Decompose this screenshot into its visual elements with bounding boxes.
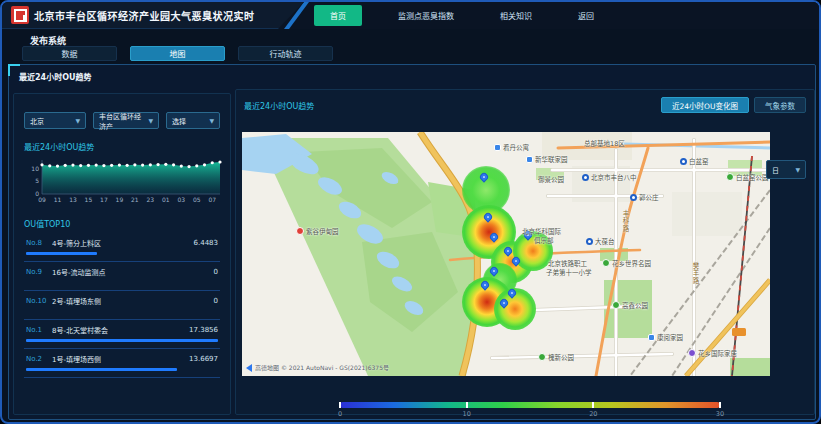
map-card-buttons: 近24小时OU变化图气象参数 bbox=[661, 97, 806, 113]
ranking-rank: No.8 bbox=[26, 239, 52, 247]
ranking-row: No.84号-筛分上料区6.4483 bbox=[24, 233, 220, 262]
ranking-row-line: No.84号-筛分上料区6.4483 bbox=[26, 238, 218, 248]
heatmap-legend: 0102030 bbox=[340, 402, 720, 420]
legend-tick-label: 0 bbox=[338, 410, 342, 418]
svg-text:05: 05 bbox=[193, 196, 201, 203]
filter-site-select[interactable]: 选择▼ bbox=[166, 112, 220, 129]
ranking-rank: No.9 bbox=[26, 268, 52, 276]
svg-text:03: 03 bbox=[177, 196, 185, 203]
svg-text:01: 01 bbox=[162, 196, 170, 203]
main-panel: 最近24小时OU趋势 北京▼丰台区循环经济产▼选择▼ 最近24小时OU趋势 05… bbox=[8, 64, 816, 420]
nav-item-home[interactable]: 首页 bbox=[314, 5, 362, 26]
nav-item-odor-index[interactable]: 监测点恶臭指数 bbox=[388, 6, 464, 25]
svg-text:19: 19 bbox=[116, 196, 124, 203]
ranking-value-bar bbox=[26, 368, 177, 371]
ranking-value-bar bbox=[26, 339, 218, 342]
ou-trend-chart: 0510091113151719212301030507 bbox=[24, 156, 220, 210]
chevron-down-icon: ▼ bbox=[75, 117, 80, 124]
panel-title: 最近24小时OU趋势 bbox=[19, 71, 91, 82]
svg-text:09: 09 bbox=[38, 196, 46, 203]
weather-params-button[interactable]: 气象参数 bbox=[754, 97, 806, 113]
ranking-site-name: 4号-筛分上料区 bbox=[52, 238, 194, 248]
map-card-header: 最近24小时OU趋势 近24小时OU变化图气象参数 bbox=[244, 96, 806, 114]
map-canvas[interactable]: 看丹公寓新华联家园御景公园总部基地18区白盆窑白盆窑公园北京市丰台八中郭公庄大葆… bbox=[242, 132, 770, 376]
legend-tick-label: 30 bbox=[716, 410, 724, 418]
map-attribution: 高德地图 © 2021 AutoNavi - GS(2021)6375号 bbox=[246, 363, 389, 372]
sidebar-chart-title: 最近24小时OU趋势 bbox=[24, 141, 220, 152]
filter-park-select[interactable]: 丰台区循环经济产▼ bbox=[93, 112, 159, 129]
ranking-site-name: 1号-填埋场西侧 bbox=[52, 354, 189, 364]
nav-item-back[interactable]: 返回 bbox=[568, 6, 604, 25]
tab-map[interactable]: 地图 bbox=[130, 46, 225, 61]
ou-change-map-button[interactable]: 近24小时OU变化图 bbox=[661, 97, 749, 113]
ranking-value: 0 bbox=[214, 268, 218, 276]
ranking-row: No.21号-填埋场西侧13.6697 bbox=[24, 349, 220, 378]
filter-city-select[interactable]: 北京▼ bbox=[24, 112, 86, 129]
chevron-down-icon: ▼ bbox=[209, 117, 214, 124]
filter-row: 北京▼丰台区循环经济产▼选择▼ bbox=[24, 112, 220, 129]
ranking-site-name: 8号-北天堂村委会 bbox=[52, 325, 189, 335]
ranking-site-name: 2号-填埋场东侧 bbox=[52, 296, 214, 306]
svg-text:07: 07 bbox=[208, 196, 216, 203]
svg-text:15: 15 bbox=[85, 196, 93, 203]
svg-text:10: 10 bbox=[31, 165, 39, 172]
ranking-value: 0 bbox=[214, 297, 218, 305]
ranking-rank: No.1 bbox=[26, 326, 52, 334]
map-layer-select[interactable]: 日 ▼ bbox=[766, 160, 806, 179]
app-title: 北京市丰台区循环经济产业园大气恶臭状况实时 bbox=[34, 8, 255, 23]
legend-tick-label: 10 bbox=[463, 410, 471, 418]
chevron-down-icon: ▼ bbox=[795, 166, 800, 173]
svg-text:23: 23 bbox=[147, 196, 155, 203]
app-window: 北京市丰台区循环经济产业园大气恶臭状况实时 首页监测点恶臭指数相关知识返回 发布… bbox=[0, 0, 821, 424]
svg-text:11: 11 bbox=[54, 196, 62, 203]
ranking-row: No.18号-北天堂村委会17.3856 bbox=[24, 320, 220, 349]
ranking-rank: No.2 bbox=[26, 355, 52, 363]
filter-site-value: 选择 bbox=[172, 116, 186, 126]
ranking-value: 6.4483 bbox=[194, 239, 219, 247]
svg-text:17: 17 bbox=[100, 196, 108, 203]
filter-park-value: 丰台区循环经济产 bbox=[99, 111, 144, 131]
app-logo-icon bbox=[11, 6, 29, 24]
tab-data[interactable]: 数据 bbox=[22, 46, 117, 61]
ou-trend-chart-svg: 0510091113151719212301030507 bbox=[24, 156, 224, 206]
ranking-rank: No.10 bbox=[26, 297, 52, 305]
map-attribution-text: 高德地图 © 2021 AutoNavi - GS(2021)6375号 bbox=[255, 363, 389, 372]
ranking-row-line: No.21号-填埋场西侧13.6697 bbox=[26, 354, 218, 364]
map-card: 最近24小时OU趋势 近24小时OU变化图气象参数 bbox=[235, 89, 815, 415]
ranking-row-line: No.102号-填埋场东侧0 bbox=[26, 296, 218, 306]
main-nav: 首页监测点恶臭指数相关知识返回 bbox=[314, 2, 604, 29]
svg-text:5: 5 bbox=[35, 177, 39, 184]
amap-logo-icon bbox=[246, 364, 252, 372]
chevron-down-icon: ▼ bbox=[148, 117, 153, 124]
ranking-value-bar bbox=[26, 252, 97, 255]
ranking-title: OU值TOP10 bbox=[24, 218, 220, 229]
ranking-value: 17.3856 bbox=[189, 326, 218, 334]
svg-text:13: 13 bbox=[69, 196, 77, 203]
legend-tick-mark bbox=[466, 402, 468, 408]
legend-tick-label: 20 bbox=[589, 410, 597, 418]
ranking-list[interactable]: No.84号-筛分上料区6.4483No.916号-流动监测点0No.102号-… bbox=[24, 233, 220, 378]
tab-track[interactable]: 行动轨迹 bbox=[238, 46, 333, 61]
filter-city-value: 北京 bbox=[30, 116, 44, 126]
publish-tabs: 数据地图行动轨迹 bbox=[22, 46, 333, 61]
ranking-value: 13.6697 bbox=[189, 355, 218, 363]
legend-tick-mark bbox=[339, 402, 341, 408]
header-bar: 北京市丰台区循环经济产业园大气恶臭状况实时 首页监测点恶臭指数相关知识返回 bbox=[2, 2, 819, 29]
ranking-row: No.916号-流动监测点0 bbox=[24, 262, 220, 291]
map-card-title: 最近24小时OU趋势 bbox=[244, 100, 314, 111]
ranking-site-name: 16号-流动监测点 bbox=[52, 267, 214, 277]
legend-gradient-bar bbox=[340, 402, 720, 408]
legend-tick-mark bbox=[592, 402, 594, 408]
svg-text:21: 21 bbox=[131, 196, 139, 203]
ranking-row: No.102号-填埋场东侧0 bbox=[24, 291, 220, 320]
nav-item-knowledge[interactable]: 相关知识 bbox=[490, 6, 542, 25]
legend-tick-mark bbox=[719, 402, 721, 408]
ranking-row-line: No.916号-流动监测点0 bbox=[26, 267, 218, 277]
sidebar-card: 北京▼丰台区循环经济产▼选择▼ 最近24小时OU趋势 0510091113151… bbox=[13, 93, 231, 415]
legend-tick-labels: 0102030 bbox=[340, 410, 720, 420]
layer-select-value: 日 bbox=[772, 165, 779, 175]
ranking-row-line: No.18号-北天堂村委会17.3856 bbox=[26, 325, 218, 335]
